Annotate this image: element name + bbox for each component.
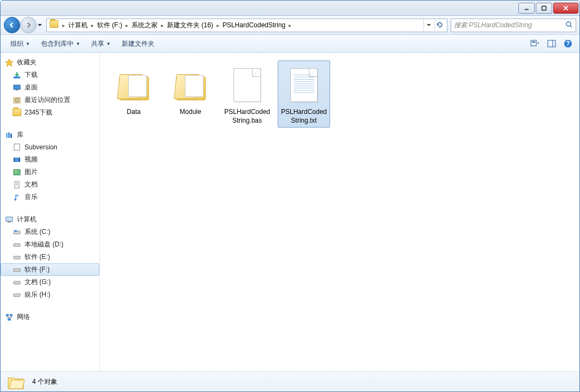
svg-text:?: ? xyxy=(566,40,570,47)
sidebar-item-drive-f[interactable]: 软件 (F:) xyxy=(1,263,99,276)
svg-rect-6 xyxy=(548,40,555,47)
sidebar-favorites: 收藏夹 下载 桌面 最近访问的位置 2345下载 xyxy=(1,56,99,119)
chevron-right-icon[interactable]: ▸ xyxy=(90,22,95,28)
crumb-current[interactable]: PSLHardCodedString xyxy=(220,19,288,32)
forward-button[interactable] xyxy=(20,17,37,33)
svg-rect-31 xyxy=(14,230,17,232)
drive-icon xyxy=(13,266,21,274)
favorites-header[interactable]: 收藏夹 xyxy=(1,56,99,69)
sidebar-item-drive-d[interactable]: 本地磁盘 (D:) xyxy=(1,238,99,251)
status-count: 4 个对象 xyxy=(32,377,57,387)
computer-header[interactable]: 计算机 xyxy=(1,213,99,226)
sidebar-item-subversion[interactable]: Subversion xyxy=(1,141,99,153)
drive-icon xyxy=(13,291,21,299)
chevron-right-icon[interactable]: ▸ xyxy=(160,22,165,28)
maximize-button[interactable] xyxy=(536,3,552,14)
history-dropdown[interactable] xyxy=(37,19,43,31)
picture-icon xyxy=(13,168,21,177)
sidebar-item-videos[interactable]: 视频 xyxy=(1,153,99,166)
svg-rect-17 xyxy=(10,134,12,138)
item-folder-data[interactable]: Data xyxy=(107,61,160,128)
chevron-right-icon[interactable]: ▸ xyxy=(216,22,220,28)
crumb-computer[interactable]: 计算机 xyxy=(66,19,90,32)
sidebar-item-music[interactable]: 音乐 xyxy=(1,191,99,203)
svg-rect-28 xyxy=(6,217,13,221)
sidebar-item-drive-g[interactable]: 文档 (G:) xyxy=(1,276,99,288)
address-dropdown[interactable] xyxy=(423,19,433,31)
svg-rect-1 xyxy=(542,6,546,10)
crumb-folder-1[interactable]: 系统之家 xyxy=(129,19,160,32)
chevron-right-icon[interactable]: ▸ xyxy=(288,22,292,28)
svg-rect-34 xyxy=(14,269,20,272)
view-button[interactable] xyxy=(529,38,541,50)
search-placeholder: 搜索 PSLHardCodedString xyxy=(454,21,532,30)
item-file-bas[interactable]: PSLHardCodedString.bas xyxy=(221,61,273,128)
svg-rect-12 xyxy=(16,89,18,91)
svn-icon xyxy=(13,143,21,152)
network-icon xyxy=(5,313,14,322)
svg-rect-33 xyxy=(14,256,20,259)
svg-rect-39 xyxy=(8,318,11,321)
drive-icon xyxy=(13,278,21,287)
chevron-right-icon[interactable]: ▸ xyxy=(61,22,66,28)
libraries-header[interactable]: 库 xyxy=(1,129,99,141)
svg-rect-4 xyxy=(531,40,536,46)
text-file-icon xyxy=(290,68,318,102)
search-icon[interactable] xyxy=(565,21,573,30)
item-label: Module xyxy=(180,108,201,117)
folder-icon xyxy=(173,70,208,100)
svg-point-23 xyxy=(15,170,17,172)
window-controls xyxy=(518,3,578,14)
item-label: Data xyxy=(127,108,140,117)
crumb-folder-2[interactable]: 新建文件夹 (16) xyxy=(165,19,216,32)
toolbar: 组织▼ 包含到库中▼ 共享▼ 新建文件夹 ? xyxy=(1,35,579,53)
preview-pane-button[interactable] xyxy=(546,38,558,50)
sidebar-item-drive-e[interactable]: 软件 (E:) xyxy=(1,251,99,263)
svg-rect-16 xyxy=(8,132,10,138)
crumb-drive[interactable]: 软件 (F:) xyxy=(95,19,124,32)
svg-rect-36 xyxy=(14,294,20,297)
sidebar-item-downloads[interactable]: 下载 xyxy=(1,69,99,81)
item-folder-module[interactable]: Module xyxy=(164,61,217,128)
navbar: ▸ 计算机 ▸ 软件 (F:) ▸ 系统之家 ▸ 新建文件夹 (16) ▸ PS… xyxy=(1,16,579,35)
minimize-button[interactable] xyxy=(518,3,535,14)
drive-icon xyxy=(13,253,21,262)
content-pane[interactable]: Data Module PSLHardCodedString.bas PSLHa… xyxy=(100,53,579,371)
item-label: PSLHardCodedString.bas xyxy=(222,108,272,125)
file-icon xyxy=(234,68,261,102)
share-button[interactable]: 共享▼ xyxy=(87,37,115,51)
desktop-icon xyxy=(13,83,21,92)
address-bar[interactable]: ▸ 计算机 ▸ 软件 (F:) ▸ 系统之家 ▸ 新建文件夹 (16) ▸ PS… xyxy=(46,19,447,32)
sidebar-item-2345[interactable]: 2345下载 xyxy=(1,106,99,119)
network-header[interactable]: 网络 xyxy=(1,311,99,323)
refresh-button[interactable] xyxy=(434,19,444,31)
star-icon xyxy=(5,58,14,67)
sidebar-item-documents[interactable]: 文档 xyxy=(1,178,99,191)
document-icon xyxy=(13,180,21,189)
sidebar-item-recent[interactable]: 最近访问的位置 xyxy=(1,94,99,106)
item-label: PSLHardCodedString.txt xyxy=(279,108,329,125)
svg-rect-18 xyxy=(14,144,20,150)
sidebar-item-drive-c[interactable]: 系统 (C:) xyxy=(1,226,99,238)
recent-icon xyxy=(13,96,21,105)
folder-icon xyxy=(50,20,59,30)
sidebar-item-pictures[interactable]: 图片 xyxy=(1,166,99,178)
computer-icon xyxy=(5,215,14,224)
close-button[interactable] xyxy=(553,3,578,14)
sidebar-item-desktop[interactable]: 桌面 xyxy=(1,81,99,94)
chevron-right-icon[interactable]: ▸ xyxy=(124,22,129,28)
drive-icon xyxy=(13,240,21,249)
item-file-txt[interactable]: PSLHardCodedString.txt xyxy=(278,61,330,128)
organize-button[interactable]: 组织▼ xyxy=(6,37,34,51)
library-icon xyxy=(5,131,14,140)
new-folder-button[interactable]: 新建文件夹 xyxy=(117,37,159,51)
search-box[interactable]: 搜索 PSLHardCodedString xyxy=(451,19,576,32)
back-button[interactable] xyxy=(4,17,20,33)
video-icon xyxy=(13,155,21,164)
help-button[interactable]: ? xyxy=(562,38,574,50)
sidebar-item-drive-h[interactable]: 娱乐 (H:) xyxy=(1,288,99,301)
status-bar: 4 个对象 xyxy=(1,371,579,392)
svg-rect-35 xyxy=(14,281,20,284)
include-in-library-button[interactable]: 包含到库中▼ xyxy=(37,37,85,51)
svg-rect-37 xyxy=(6,314,9,316)
